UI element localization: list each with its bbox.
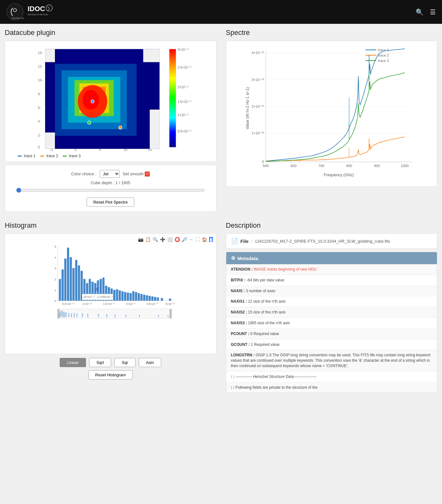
svg-text:700: 700 — [318, 164, 324, 168]
copy-icon[interactable]: 📋 — [145, 237, 151, 242]
metadata-row: LONGSTRN : OGIP 1.0 The OGIP long string… — [226, 350, 437, 371]
metadata-row: BITPIX : -64 bits per data value — [226, 275, 437, 286]
svg-text:10-: 10- — [38, 78, 43, 82]
svg-rect-31 — [45, 49, 55, 62]
svg-rect-118 — [151, 296, 154, 301]
svg-rect-87 — [67, 248, 69, 301]
spectre-panel: Spectre trace 1 trace 2 trace 3 — [221, 24, 442, 217]
svg-rect-115 — [143, 295, 145, 301]
svg-rect-106 — [119, 290, 121, 301]
linear-button[interactable]: Linear — [60, 358, 86, 367]
description-title: Description — [226, 221, 438, 230]
svg-rect-130 — [60, 311, 61, 317]
metadata-row: : : ------------- Herschel Structure Dat… — [226, 372, 437, 382]
svg-rect-90 — [75, 260, 77, 301]
svg-rect-145 — [139, 315, 140, 317]
plus-icon[interactable]: ➕ — [160, 237, 165, 242]
datacube-title: Datacube plugin — [5, 29, 216, 37]
svg-text:4-: 4- — [38, 120, 41, 123]
trace3-legend: trace 3 — [63, 154, 81, 158]
trace1-point[interactable] — [91, 100, 94, 103]
svg-rect-32 — [169, 49, 176, 147]
zoom-icon[interactable]: 🔎 — [182, 237, 187, 242]
svg-rect-142 — [106, 314, 107, 317]
spectre-svg[interactable]: trace 1 trace 2 trace 3 — [229, 44, 434, 183]
menu-icon[interactable]: ☰ — [430, 8, 436, 16]
metadata-row: XTENSION : IMAGE marks beginning of new … — [226, 264, 437, 275]
sqrt-button[interactable]: Sqrt — [89, 358, 111, 367]
svg-text:1×10⁻¹⁷: 1×10⁻¹⁷ — [177, 113, 189, 117]
svg-text:Frequency (GHz): Frequency (GHz) — [324, 173, 354, 177]
svg-rect-139 — [82, 313, 83, 317]
spectre-card: trace 1 trace 2 trace 3 — [226, 41, 438, 187]
svg-rect-135 — [68, 313, 69, 317]
svg-rect-110 — [129, 293, 132, 301]
metadata-row: GCOUNT : 1 Required value — [226, 339, 437, 350]
svg-rect-131 — [62, 310, 63, 317]
svg-text:3: 3 — [55, 267, 56, 270]
histogram-svg[interactable]: 0 1 2 3 4 5 0.5×10⁻¹⁷ 1×10⁻¹⁷ 1.5×10⁻¹⁷ … — [8, 244, 213, 320]
lasso-icon[interactable]: ⭕ — [175, 237, 180, 242]
svg-rect-137 — [74, 313, 75, 317]
svg-rect-117 — [148, 296, 151, 301]
svg-text:5: 5 — [55, 245, 56, 248]
reset-axes-icon[interactable]: 🏠 — [202, 237, 207, 242]
bar-icon[interactable]: ▮ — [209, 237, 213, 242]
svg-text:Données et Services: Données et Services — [28, 13, 48, 16]
svg-text:0.5×10⁻¹⁷: 0.5×10⁻¹⁷ — [177, 130, 191, 133]
histogram-toolbar: 📷 📋 🔍 ➕ ⬜ ⭕ 🔎 ↔ ⛶ 🏠 ▮ — [8, 237, 213, 242]
heatmap-svg[interactable]: 14- 12- 10- 8- 6- 4- 2- 0 -5 0 5 10 15 — [8, 44, 213, 152]
cube-depth-text: Cube depth : 1 / 1905 — [10, 180, 211, 185]
zoom-in-icon[interactable]: 🔍 — [153, 237, 158, 242]
set-smooth-checkbox[interactable]: ✓ — [145, 171, 150, 177]
svg-text:12-: 12- — [38, 65, 43, 68]
svg-text:1000: 1000 — [400, 164, 408, 168]
metadata-header: ⚙ Metadata — [226, 252, 437, 264]
metadata-row: PCOUNT : 0 Required value — [226, 329, 437, 339]
search-icon[interactable]: 🔍 — [416, 8, 424, 16]
svg-rect-91 — [78, 265, 80, 301]
reset-histogram-button[interactable]: Reset Histogram — [89, 370, 133, 380]
svg-rect-108 — [124, 292, 126, 301]
svg-rect-134 — [66, 312, 67, 317]
svg-rect-111 — [132, 291, 135, 301]
svg-text:800: 800 — [346, 164, 352, 168]
camera-icon[interactable]: 📷 — [138, 237, 143, 242]
svg-rect-85 — [62, 269, 64, 301]
svg-text:0: 0 — [55, 299, 56, 303]
selection-icon[interactable]: ⬜ — [167, 237, 173, 242]
svg-rect-143 — [115, 314, 115, 317]
depth-slider[interactable] — [16, 188, 205, 193]
svg-text:Value (W m-2 Hz-1 sr-1): Value (W m-2 Hz-1 sr-1) — [245, 87, 249, 130]
histogram-title: Histogram — [5, 221, 216, 230]
svg-text:2.5×10⁻¹⁷: 2.5×10⁻¹⁷ — [177, 66, 191, 69]
svg-text:2×10⁻¹⁷: 2×10⁻¹⁷ — [126, 302, 136, 306]
svg-text:2×10⁻¹⁶: 2×10⁻¹⁶ — [251, 104, 264, 108]
svg-rect-43 — [365, 60, 376, 61]
svg-rect-133 — [64, 312, 65, 317]
header-actions: 🔍 ☰ — [416, 8, 436, 16]
file-name: 1342228703_M17-2_SPIRE-FTS_15.0.3244_HR_… — [255, 239, 390, 244]
svg-text:0: 0 — [262, 160, 264, 164]
metadata-card: ⚙ Metadata XTENSION : IMAGE marks beginn… — [226, 252, 438, 393]
datacube-panel: Datacube plugin — [0, 24, 221, 217]
trace3-point[interactable] — [88, 121, 91, 124]
histogram-panel: Histogram 📷 📋 🔍 ➕ ⬜ ⭕ 🔎 ↔ ⛶ 🏠 ▮ — [0, 217, 221, 398]
svg-rect-89 — [72, 268, 75, 301]
reset-plot-spectre-button[interactable]: Reset Plot Spectre — [87, 198, 134, 207]
svg-rect-30 — [150, 110, 160, 149]
color-select[interactable]: Jet Hot Cool Gray — [100, 170, 120, 178]
svg-text:0.5×10⁻¹⁷: 0.5×10⁻¹⁷ — [62, 302, 74, 306]
trace2-point[interactable] — [119, 126, 122, 129]
spectre-title: Spectre — [226, 29, 438, 37]
asin-button[interactable]: Asin — [139, 358, 161, 367]
histogram-buttons: Linear Sqrt Sqr Asin — [5, 358, 216, 367]
datacube-legend: trace 1 trace 2 trace 3 — [8, 152, 213, 158]
svg-text:600: 600 — [290, 164, 296, 168]
svg-rect-88 — [70, 257, 72, 301]
sqr-button[interactable]: Sqr — [114, 358, 135, 367]
svg-rect-86 — [64, 259, 67, 301]
move-icon[interactable]: ↔ — [189, 237, 194, 242]
svg-text:2×10⁻¹⁷: 2×10⁻¹⁷ — [177, 85, 189, 89]
autoscale-icon[interactable]: ⛶ — [195, 237, 200, 242]
